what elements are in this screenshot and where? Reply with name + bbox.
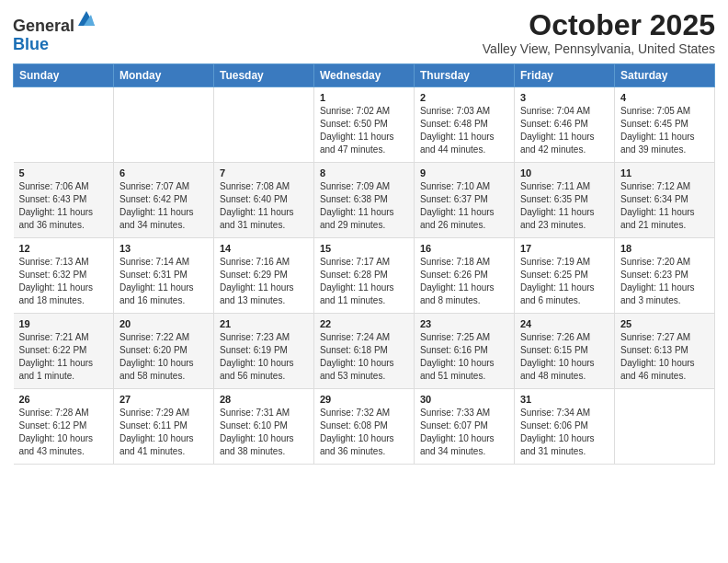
day-cell: 5Sunrise: 7:06 AM Sunset: 6:43 PM Daylig… [14,163,114,238]
day-cell: 22Sunrise: 7:24 AM Sunset: 6:18 PM Dayli… [314,314,415,389]
day-info: Sunrise: 7:31 AM Sunset: 6:10 PM Dayligh… [220,407,308,458]
day-info: Sunrise: 7:12 AM Sunset: 6:34 PM Dayligh… [620,180,709,232]
logo-blue: Blue [13,35,49,53]
day-cell: 16Sunrise: 7:18 AM Sunset: 6:26 PM Dayli… [415,238,515,314]
week-row-3: 19Sunrise: 7:21 AM Sunset: 6:22 PM Dayli… [14,314,715,389]
day-cell: 23Sunrise: 7:25 AM Sunset: 6:16 PM Dayli… [415,314,515,389]
day-number: 28 [220,394,308,405]
day-info: Sunrise: 7:16 AM Sunset: 6:29 PM Dayligh… [220,256,308,307]
day-number: 17 [520,243,609,254]
day-info: Sunrise: 7:11 AM Sunset: 6:35 PM Dayligh… [520,180,609,232]
day-number: 6 [119,167,208,178]
day-info: Sunrise: 7:13 AM Sunset: 6:32 PM Dayligh… [19,256,108,307]
title-block: October 2025 Valley View, Pennsylvania, … [483,9,715,56]
day-number: 18 [620,243,709,254]
day-cell: 10Sunrise: 7:11 AM Sunset: 6:35 PM Dayli… [515,163,615,238]
week-row-1: 5Sunrise: 7:06 AM Sunset: 6:43 PM Daylig… [14,163,715,238]
header-wednesday: Wednesday [314,64,415,87]
day-info: Sunrise: 7:34 AM Sunset: 6:06 PM Dayligh… [520,407,609,458]
day-info: Sunrise: 7:05 AM Sunset: 6:45 PM Dayligh… [620,105,709,156]
day-cell: 7Sunrise: 7:08 AM Sunset: 6:40 PM Daylig… [214,163,314,238]
day-info: Sunrise: 7:27 AM Sunset: 6:13 PM Dayligh… [620,331,709,383]
day-info: Sunrise: 7:28 AM Sunset: 6:12 PM Dayligh… [19,407,108,458]
day-number: 5 [19,167,108,178]
day-info: Sunrise: 7:02 AM Sunset: 6:50 PM Dayligh… [320,105,408,156]
day-number: 16 [420,243,508,254]
header-row: Sunday Monday Tuesday Wednesday Thursday… [14,64,715,87]
day-info: Sunrise: 7:04 AM Sunset: 6:46 PM Dayligh… [520,105,609,156]
day-number: 29 [320,394,408,405]
day-number: 12 [19,243,108,254]
day-info: Sunrise: 7:24 AM Sunset: 6:18 PM Dayligh… [320,331,408,383]
day-cell: 6Sunrise: 7:07 AM Sunset: 6:42 PM Daylig… [114,163,214,238]
logo-text: General Blue [13,9,97,54]
day-cell: 26Sunrise: 7:28 AM Sunset: 6:12 PM Dayli… [14,389,114,465]
header-saturday: Saturday [615,64,715,87]
day-info: Sunrise: 7:17 AM Sunset: 6:28 PM Dayligh… [320,256,408,307]
day-cell: 9Sunrise: 7:10 AM Sunset: 6:37 PM Daylig… [415,163,515,238]
day-number: 27 [119,394,208,405]
day-info: Sunrise: 7:03 AM Sunset: 6:48 PM Dayligh… [420,105,508,156]
day-number: 30 [420,394,508,405]
day-info: Sunrise: 7:09 AM Sunset: 6:38 PM Dayligh… [320,180,408,232]
day-cell: 4Sunrise: 7:05 AM Sunset: 6:45 PM Daylig… [615,87,715,163]
day-cell: 15Sunrise: 7:17 AM Sunset: 6:28 PM Dayli… [314,238,415,314]
day-info: Sunrise: 7:23 AM Sunset: 6:19 PM Dayligh… [220,331,308,383]
day-cell: 1Sunrise: 7:02 AM Sunset: 6:50 PM Daylig… [314,87,415,163]
day-info: Sunrise: 7:07 AM Sunset: 6:42 PM Dayligh… [119,180,208,232]
day-info: Sunrise: 7:08 AM Sunset: 6:40 PM Dayligh… [220,180,308,232]
day-number: 14 [220,243,308,254]
header: General Blue October 2025 Valley View, P… [13,9,715,56]
day-info: Sunrise: 7:26 AM Sunset: 6:15 PM Dayligh… [520,331,609,383]
day-number: 24 [520,318,609,329]
day-cell: 20Sunrise: 7:22 AM Sunset: 6:20 PM Dayli… [114,314,214,389]
day-cell: 3Sunrise: 7:04 AM Sunset: 6:46 PM Daylig… [515,87,615,163]
day-cell: 21Sunrise: 7:23 AM Sunset: 6:19 PM Dayli… [214,314,314,389]
day-cell [214,87,314,163]
header-sunday: Sunday [14,64,114,87]
week-row-2: 12Sunrise: 7:13 AM Sunset: 6:32 PM Dayli… [14,238,715,314]
day-info: Sunrise: 7:33 AM Sunset: 6:07 PM Dayligh… [420,407,508,458]
day-cell [14,87,114,163]
day-number: 10 [520,167,609,178]
day-number: 1 [320,92,408,103]
day-number: 4 [620,92,709,103]
day-number: 20 [119,318,208,329]
day-cell: 30Sunrise: 7:33 AM Sunset: 6:07 PM Dayli… [415,389,515,465]
day-number: 3 [520,92,609,103]
day-info: Sunrise: 7:22 AM Sunset: 6:20 PM Dayligh… [119,331,208,383]
week-row-4: 26Sunrise: 7:28 AM Sunset: 6:12 PM Dayli… [14,389,715,465]
day-number: 15 [320,243,408,254]
day-info: Sunrise: 7:20 AM Sunset: 6:23 PM Dayligh… [620,256,709,307]
header-friday: Friday [515,64,615,87]
day-cell: 19Sunrise: 7:21 AM Sunset: 6:22 PM Dayli… [14,314,114,389]
day-cell: 14Sunrise: 7:16 AM Sunset: 6:29 PM Dayli… [214,238,314,314]
day-cell: 18Sunrise: 7:20 AM Sunset: 6:23 PM Dayli… [615,238,715,314]
day-cell: 29Sunrise: 7:32 AM Sunset: 6:08 PM Dayli… [314,389,415,465]
day-cell: 27Sunrise: 7:29 AM Sunset: 6:11 PM Dayli… [114,389,214,465]
day-info: Sunrise: 7:29 AM Sunset: 6:11 PM Dayligh… [119,407,208,458]
day-number: 19 [19,318,108,329]
day-info: Sunrise: 7:10 AM Sunset: 6:37 PM Dayligh… [420,180,508,232]
logo-icon [76,9,97,29]
day-cell [615,389,715,465]
day-cell: 25Sunrise: 7:27 AM Sunset: 6:13 PM Dayli… [615,314,715,389]
logo: General Blue [13,9,97,54]
day-number: 22 [320,318,408,329]
calendar-table: Sunday Monday Tuesday Wednesday Thursday… [13,63,715,465]
day-cell: 8Sunrise: 7:09 AM Sunset: 6:38 PM Daylig… [314,163,415,238]
day-number: 23 [420,318,508,329]
day-cell [114,87,214,163]
day-number: 21 [220,318,308,329]
day-cell: 2Sunrise: 7:03 AM Sunset: 6:48 PM Daylig… [415,87,515,163]
main-container: General Blue October 2025 Valley View, P… [0,0,728,474]
day-info: Sunrise: 7:19 AM Sunset: 6:25 PM Dayligh… [520,256,609,307]
subtitle: Valley View, Pennsylvania, United States [483,41,715,56]
day-cell: 28Sunrise: 7:31 AM Sunset: 6:10 PM Dayli… [214,389,314,465]
day-number: 7 [220,167,308,178]
day-cell: 11Sunrise: 7:12 AM Sunset: 6:34 PM Dayli… [615,163,715,238]
day-info: Sunrise: 7:06 AM Sunset: 6:43 PM Dayligh… [19,180,108,232]
day-number: 2 [420,92,508,103]
day-cell: 12Sunrise: 7:13 AM Sunset: 6:32 PM Dayli… [14,238,114,314]
day-cell: 13Sunrise: 7:14 AM Sunset: 6:31 PM Dayli… [114,238,214,314]
